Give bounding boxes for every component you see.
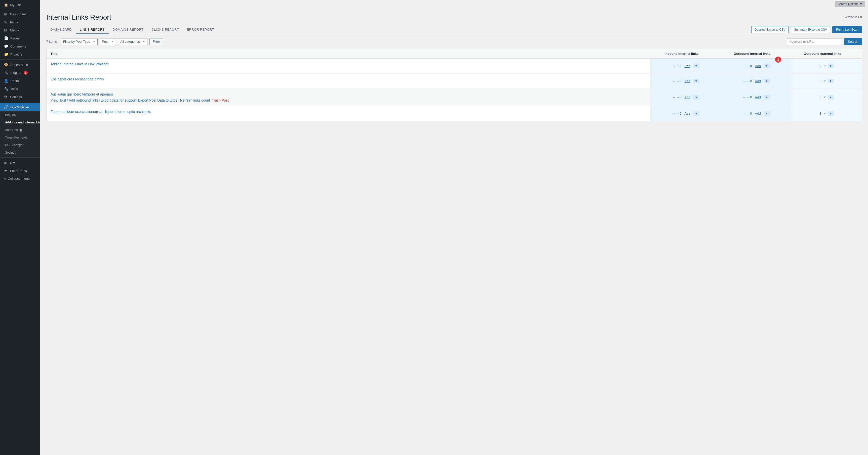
screen-options-button[interactable]: Screen Options ▼: [835, 1, 865, 7]
sidebar-item-url-changer[interactable]: URL Changer: [0, 141, 40, 149]
row-4-ext-col: 8 ↗ ▼: [791, 106, 862, 121]
row-4-title-col: Facere quidem exercitationem similique d…: [46, 106, 650, 121]
post-type-select[interactable]: Filter by Post Type: [61, 38, 98, 45]
content-area: Internal Links Report version 2.1.0 Dash…: [40, 8, 868, 455]
row-1-notification-badge: 1: [775, 57, 781, 63]
sidebar-item-settings[interactable]: ⚙ Settings: [0, 93, 40, 101]
row-3-refresh-link[interactable]: Refresh links count: [180, 98, 210, 102]
arrow-icon: →: [742, 95, 746, 99]
row-3-inbound-dropdown[interactable]: ▼: [693, 95, 699, 100]
auto-linking-label: Auto-Linking: [5, 128, 22, 132]
detailed-export-button[interactable]: Detailed Export to CSV: [751, 26, 789, 33]
pages-icon: 📄: [4, 36, 8, 40]
row-4-outbound-dropdown[interactable]: ▼: [764, 111, 770, 116]
row-1-inbound-add[interactable]: Add: [685, 64, 690, 68]
row-4-inbound-dropdown[interactable]: ▼: [693, 111, 699, 116]
row-1-outbound-dropdown[interactable]: ▼: [764, 64, 770, 68]
search-button[interactable]: Search: [844, 38, 862, 45]
row-2-title-link[interactable]: Eos asperiores recusandae omnis: [51, 77, 646, 81]
row-3-title-link[interactable]: Aut rerum qui libero tempore et aperiam: [51, 92, 646, 96]
tab-domains-report[interactable]: Domains Report: [109, 26, 148, 34]
sidebar-item-auto-linking[interactable]: Auto-Linking: [0, 126, 40, 134]
row-2-ext-dropdown[interactable]: ▼: [828, 79, 834, 83]
sidebar-item-fakerpress[interactable]: ★ FakerPress: [0, 167, 40, 175]
col-header-title: Title: [51, 52, 646, 56]
row-2-outbound-add[interactable]: Add: [755, 79, 761, 83]
posts-icon: ✎: [4, 20, 8, 24]
row-3-export-excel-link[interactable]: Export Post Data to Excel: [138, 98, 178, 102]
sidebar-item-reports[interactable]: Reports: [0, 111, 40, 119]
projects-icon: 📁: [4, 52, 8, 56]
table-header: Title Inbound internal links Outbound in…: [46, 49, 862, 59]
tab-links-report[interactable]: Links Report: [76, 26, 109, 34]
site-name: My Site: [10, 3, 21, 7]
row-2-outbound-dropdown[interactable]: ▼: [764, 79, 770, 83]
external-link-icon: ↗: [824, 112, 826, 115]
wp-logo-icon: 🏠: [4, 3, 8, 7]
row-3-ext-count[interactable]: 3: [819, 95, 821, 99]
sidebar-item-link-whisper[interactable]: 🔗 Link Whisper: [0, 103, 40, 111]
row-2-inbound-dropdown[interactable]: ▼: [693, 79, 699, 83]
row-4-outbound-add[interactable]: Add: [755, 111, 761, 116]
external-link-icon: ↗: [824, 64, 826, 68]
row-1-ext-count[interactable]: 3: [819, 64, 821, 68]
row-4-ext-dropdown[interactable]: ▼: [828, 111, 834, 116]
row-3-export-support-link[interactable]: Export data for support: [100, 98, 136, 102]
sidebar-item-target-keywords[interactable]: Target Keywords: [0, 134, 40, 141]
tab-clicks-report[interactable]: Clicks Report: [148, 26, 183, 34]
row-3-outbound-dropdown[interactable]: ▼: [764, 95, 770, 100]
row-3-outbound-add[interactable]: Add: [755, 95, 761, 99]
tab-dashboard[interactable]: Dashboard: [46, 26, 76, 34]
post-value-select[interactable]: Post: [100, 38, 116, 45]
sidebar-item-comments[interactable]: 💬 Comments: [0, 42, 40, 50]
sidebar-item-label: Link Whisper: [10, 105, 29, 109]
category-select[interactable]: All categories: [118, 38, 148, 45]
summary-export-button[interactable]: Summary Export to CSV: [791, 26, 830, 33]
filter-button[interactable]: Filter: [150, 38, 163, 45]
row-1-inbound-dropdown[interactable]: ▼: [693, 64, 699, 68]
sidebar-item-dashboard[interactable]: ⊞ Dashboard: [0, 10, 40, 18]
row-3-ext-col: 3 ↗ ▼: [791, 89, 862, 106]
sidebar-item-tools[interactable]: 🔧 Tools: [0, 85, 40, 93]
sidebar-submenu-link-whisper: Reports Add Inbound Internal Links Auto-…: [0, 111, 40, 156]
row-3-ext-dropdown[interactable]: ▼: [828, 95, 834, 100]
url-changer-label: URL Changer: [5, 143, 23, 147]
filter-bar: 7 items Filter by Post Type Post All cat…: [46, 38, 862, 45]
run-scan-button[interactable]: Run a Link Scan: [832, 26, 862, 33]
sidebar-item-posts[interactable]: ✎ Posts: [0, 18, 40, 26]
row-3-inbound-add[interactable]: Add: [685, 95, 690, 99]
row-4-ext-count[interactable]: 8: [819, 111, 821, 116]
row-2-inbound-add[interactable]: Add: [685, 79, 690, 83]
sidebar-item-media[interactable]: ⊟ Media: [0, 26, 40, 34]
sidebar-item-appearance[interactable]: 🎨 Appearance: [0, 61, 40, 69]
sidebar-item-plugins[interactable]: 🔌 Plugins 1: [0, 69, 40, 77]
row-1-ext-dropdown[interactable]: ▼: [828, 64, 834, 68]
sidebar-item-label: Media: [10, 28, 19, 32]
sidebar-item-add-inbound[interactable]: Add Inbound Internal Links: [0, 119, 40, 126]
row-4-inbound-add[interactable]: Add: [685, 111, 690, 116]
page-header: Internal Links Report version 2.1.0: [46, 13, 862, 22]
sidebar-item-divi[interactable]: ◎ Divi: [0, 159, 40, 167]
row-3-trash-link[interactable]: Trash Post: [212, 98, 229, 102]
sidebar-item-projects[interactable]: 📁 Projects: [0, 50, 40, 58]
sidebar-item-users[interactable]: 👤 Users: [0, 77, 40, 85]
row-4-inbound-col: → →0 Add ▼: [650, 106, 721, 121]
sidebar-item-label: Pages: [10, 36, 20, 40]
sidebar-item-pages[interactable]: 📄 Pages: [0, 34, 40, 42]
sidebar-item-lw-settings[interactable]: Settings: [0, 149, 40, 156]
row-2-outbound-count: → →0: [742, 79, 752, 83]
row-2-ext-count[interactable]: 5: [819, 79, 821, 83]
row-3-edit-link[interactable]: Edit / Add outbound links: [60, 98, 99, 102]
row-1-title-link[interactable]: Adding Internal Links in Link Whisper: [51, 62, 646, 66]
row-1-outbound-add[interactable]: Add: [755, 64, 761, 68]
settings-icon: ⚙: [4, 95, 8, 99]
page-title: Internal Links Report: [46, 13, 111, 22]
arrow-icon: →: [742, 111, 746, 116]
search-input[interactable]: [787, 38, 842, 45]
screen-options-label: Screen Options: [838, 2, 859, 6]
topbar: Screen Options ▼: [40, 0, 868, 8]
row-4-title-link[interactable]: Facere quidem exercitationem similique d…: [51, 109, 646, 113]
tab-error-report[interactable]: Error Report: [183, 26, 218, 34]
collapse-menu-item[interactable]: « Collapse menu: [0, 175, 40, 183]
row-3-view-link[interactable]: View: [51, 98, 58, 102]
